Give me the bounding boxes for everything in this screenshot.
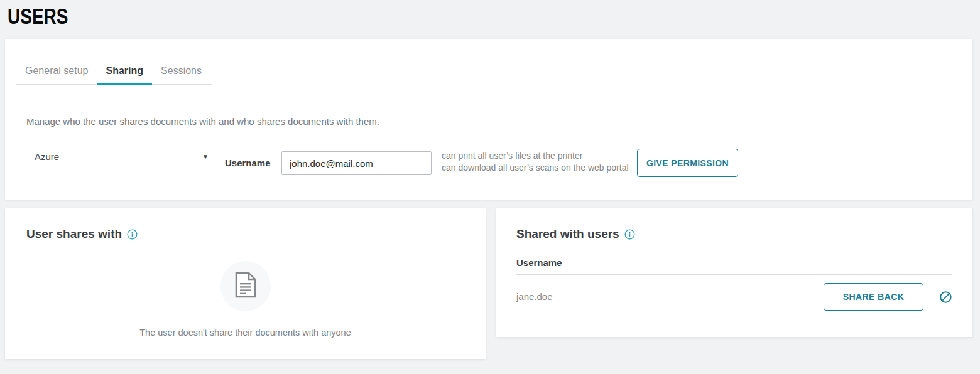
- sharing-description: Manage who the user shares documents wit…: [26, 116, 379, 127]
- tabbar: General setup Sharing Sessions: [16, 61, 212, 85]
- info-icon[interactable]: [624, 229, 635, 240]
- user-shares-with-title: User shares with: [26, 227, 138, 241]
- row-username: jane.doe: [516, 291, 553, 302]
- permission-hint: can print all user’s files at the printe…: [442, 150, 629, 174]
- provider-select[interactable]: Azure ▼: [27, 146, 214, 168]
- column-header-username: Username: [516, 257, 562, 268]
- user-shares-with-card: User shares with The user doesn't share …: [5, 208, 486, 359]
- username-input[interactable]: [281, 151, 432, 175]
- tab-general-setup[interactable]: General setup: [16, 61, 97, 84]
- shared-with-users-card: Shared with users Username jane.doe SHAR…: [496, 208, 972, 337]
- permission-hint-line2: can download all user’s scans on the web…: [442, 162, 629, 174]
- shared-with-users-title: Shared with users: [516, 227, 635, 241]
- info-icon[interactable]: [127, 229, 138, 240]
- table-row: jane.doe SHARE BACK: [496, 275, 972, 318]
- document-icon: [235, 272, 256, 301]
- share-back-button[interactable]: SHARE BACK: [824, 283, 923, 311]
- sharing-settings-card: General setup Sharing Sessions Manage wh…: [5, 39, 972, 200]
- give-permission-button[interactable]: GIVE PERMISSION: [637, 149, 738, 177]
- chevron-down-icon: ▼: [202, 153, 209, 160]
- user-shares-with-title-text: User shares with: [26, 227, 122, 241]
- tab-sessions[interactable]: Sessions: [152, 61, 210, 84]
- tab-sharing[interactable]: Sharing: [97, 61, 153, 84]
- username-label: Username: [225, 158, 271, 168]
- page-title: USERS: [8, 4, 68, 29]
- empty-state-message: The user doesn't share their documents w…: [5, 328, 486, 338]
- permission-hint-line1: can print all user’s files at the printe…: [442, 150, 629, 162]
- shared-with-users-title-text: Shared with users: [516, 227, 619, 241]
- block-sharing-icon[interactable]: [939, 291, 952, 304]
- provider-select-value: Azure: [35, 151, 59, 162]
- empty-state-circle: [220, 261, 271, 311]
